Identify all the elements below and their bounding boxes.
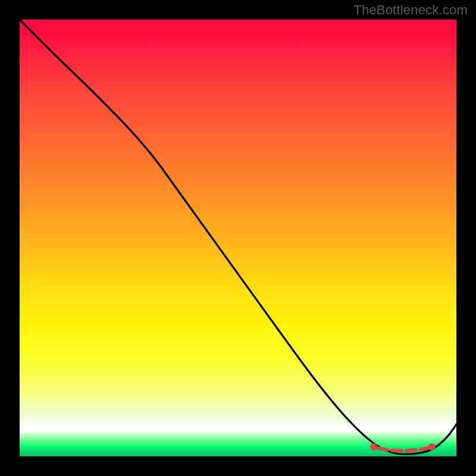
svg-point-0 xyxy=(370,443,377,450)
plot-area xyxy=(20,20,456,456)
chart-frame: TheBottleneck.com xyxy=(0,0,476,476)
svg-point-1 xyxy=(428,443,436,450)
curve-layer xyxy=(20,20,456,456)
watermark-text: TheBottleneck.com xyxy=(353,2,468,18)
main-curve-path xyxy=(20,20,456,454)
minimum-marker xyxy=(370,443,436,451)
